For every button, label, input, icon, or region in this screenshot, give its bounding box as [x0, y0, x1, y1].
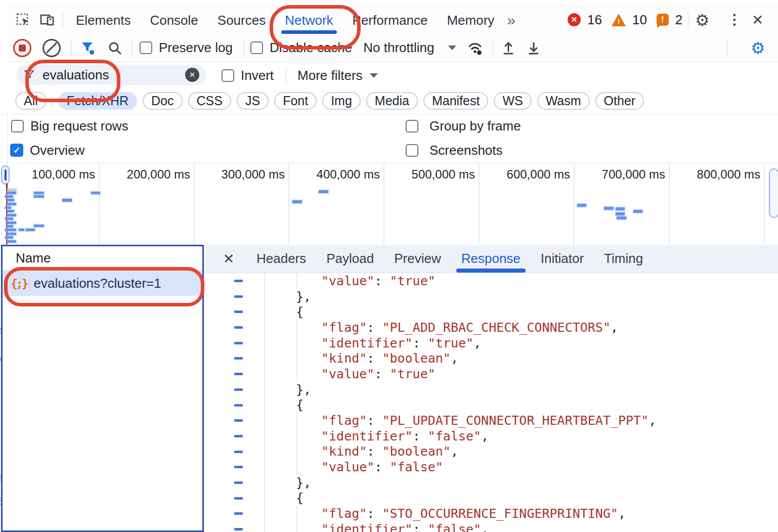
fold-marker-icon[interactable]: [234, 295, 243, 298]
detail-tab-preview[interactable]: Preview: [384, 245, 451, 273]
network-settings-gear-icon[interactable]: ⚙: [751, 38, 765, 58]
device-toolbar-icon[interactable]: [37, 10, 58, 30]
filter-input[interactable]: evaluations ✕: [16, 65, 206, 85]
type-filter-manifest[interactable]: Manifest: [423, 92, 488, 110]
preserve-log-checkbox[interactable]: [140, 41, 152, 54]
issues-count[interactable]: 2: [675, 12, 682, 28]
error-badge-icon[interactable]: ✕: [568, 13, 581, 26]
detail-tab-response[interactable]: Response: [451, 245, 531, 273]
clear-network-log-icon[interactable]: [42, 39, 61, 57]
request-timeline-bar[interactable]: [8, 214, 16, 216]
fold-marker-icon[interactable]: [234, 311, 243, 313]
request-timeline-bar[interactable]: [616, 212, 625, 215]
export-har-icon[interactable]: [524, 38, 544, 58]
fold-marker-icon[interactable]: [234, 512, 243, 515]
name-column-header[interactable]: Name: [3, 246, 202, 271]
request-timeline-bar[interactable]: [8, 225, 13, 228]
filter-funnel-icon[interactable]: [77, 38, 98, 58]
tab-performance[interactable]: Performance: [343, 7, 438, 34]
fold-marker-icon[interactable]: [234, 326, 243, 329]
request-timeline-bar[interactable]: [8, 240, 16, 243]
request-timeline-bar[interactable]: [91, 192, 100, 194]
request-timeline-bar[interactable]: [34, 192, 44, 194]
fold-marker-icon[interactable]: [234, 404, 243, 407]
detail-tab-initiator[interactable]: Initiator: [531, 245, 594, 273]
request-timeline-bar[interactable]: [8, 192, 16, 194]
request-timeline-bar[interactable]: [292, 200, 302, 203]
request-row[interactable]: {;}evaluations?cluster=1: [3, 271, 202, 296]
request-timeline-bar[interactable]: [19, 229, 24, 231]
invert-checkbox[interactable]: [222, 69, 234, 82]
type-filter-ws[interactable]: WS: [494, 92, 531, 110]
tab-elements[interactable]: Elements: [66, 7, 140, 34]
fold-marker-icon[interactable]: [234, 342, 243, 344]
type-filter-other[interactable]: Other: [595, 92, 644, 110]
disable-cache-label[interactable]: Disable cache: [270, 40, 352, 56]
fold-marker-icon[interactable]: [234, 528, 243, 530]
clear-filter-icon[interactable]: ✕: [185, 68, 199, 82]
inspect-element-icon[interactable]: [13, 10, 33, 30]
request-timeline-bar[interactable]: [633, 210, 642, 213]
fold-marker-icon[interactable]: [234, 373, 243, 375]
overview-left-grip[interactable]: [1, 165, 10, 185]
import-har-icon[interactable]: [498, 38, 518, 58]
request-timeline-bar[interactable]: [8, 221, 16, 224]
fold-marker-icon[interactable]: [234, 388, 243, 391]
request-timeline-bar[interactable]: [62, 199, 72, 202]
tab-network[interactable]: Network: [275, 7, 342, 34]
close-devtools-icon[interactable]: ✕: [752, 12, 763, 28]
group-by-frame-checkbox[interactable]: [406, 120, 418, 132]
invert-label[interactable]: Invert: [241, 68, 274, 83]
more-filters-button[interactable]: More filters: [297, 68, 363, 83]
filter-value[interactable]: evaluations: [42, 67, 185, 83]
throttling-select[interactable]: No throttling: [363, 40, 434, 56]
detail-tab-headers[interactable]: Headers: [246, 245, 316, 273]
request-timeline-bar[interactable]: [616, 207, 625, 210]
close-detail-icon[interactable]: ✕: [218, 251, 239, 267]
type-filter-css[interactable]: CSS: [188, 92, 231, 110]
detail-tab-timing[interactable]: Timing: [594, 245, 653, 273]
network-conditions-icon[interactable]: [465, 38, 486, 58]
screenshots-checkbox[interactable]: [406, 144, 418, 157]
overview-label[interactable]: Overview: [30, 143, 84, 158]
big-request-rows-checkbox[interactable]: [11, 120, 24, 132]
more-tabs-icon[interactable]: »: [507, 12, 515, 29]
warning-badge-icon[interactable]: !: [612, 14, 626, 26]
request-timeline-bar[interactable]: [26, 229, 35, 231]
request-timeline-bar[interactable]: [8, 210, 14, 212]
tab-console[interactable]: Console: [140, 7, 207, 34]
request-timeline-bar[interactable]: [604, 207, 614, 210]
type-filter-fetchxhr[interactable]: Fetch/XHR: [58, 92, 137, 110]
fold-marker-icon[interactable]: [234, 280, 243, 282]
request-timeline-bar[interactable]: [577, 204, 586, 207]
detail-tab-payload[interactable]: Payload: [316, 245, 384, 273]
error-count[interactable]: 16: [587, 12, 602, 28]
group-by-frame-label[interactable]: Group by frame: [429, 118, 521, 134]
type-filter-doc[interactable]: Doc: [143, 92, 182, 110]
request-timeline-bar[interactable]: [319, 190, 328, 193]
type-filter-all[interactable]: All: [15, 92, 47, 110]
fold-marker-icon[interactable]: [234, 451, 243, 453]
fold-marker-icon[interactable]: [234, 435, 243, 437]
response-body-viewer[interactable]: "value": "true"},{"flag": "PL_ADD_RBAC_C…: [205, 273, 778, 532]
request-timeline-bar[interactable]: [5, 236, 13, 239]
screenshots-label[interactable]: Screenshots: [429, 143, 503, 158]
fold-marker-icon[interactable]: [234, 419, 243, 422]
fold-marker-icon[interactable]: [234, 466, 243, 468]
more-filters-caret-icon[interactable]: [370, 73, 378, 78]
issues-badge-icon[interactable]: !: [657, 14, 669, 26]
request-timeline-bar[interactable]: [5, 229, 16, 231]
request-timeline-bar[interactable]: [34, 225, 44, 227]
settings-gear-icon[interactable]: ⚙: [695, 11, 710, 30]
network-overview-timeline[interactable]: 100,000 ms200,000 ms300,000 ms400,000 ms…: [0, 163, 778, 245]
big-request-rows-label[interactable]: Big request rows: [30, 118, 128, 134]
type-filter-img[interactable]: Img: [322, 92, 361, 110]
type-filter-js[interactable]: JS: [237, 92, 269, 110]
throttling-caret-icon[interactable]: [448, 46, 456, 50]
type-filter-font[interactable]: Font: [274, 92, 317, 110]
preserve-log-label[interactable]: Preserve log: [159, 40, 233, 56]
tab-memory[interactable]: Memory: [437, 7, 504, 34]
request-timeline-bar[interactable]: [8, 233, 16, 235]
fold-marker-icon[interactable]: [234, 481, 243, 484]
request-timeline-bar[interactable]: [5, 206, 11, 209]
